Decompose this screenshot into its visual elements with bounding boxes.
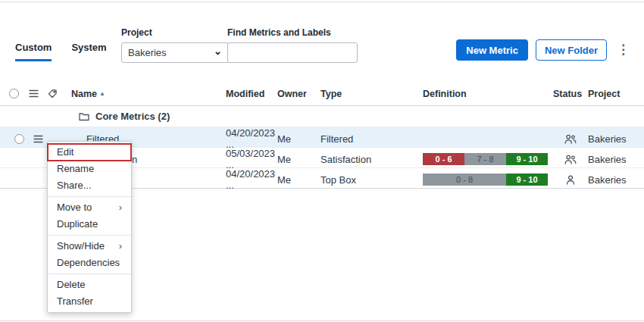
column-header-name[interactable]: Name ▲ [67, 89, 226, 99]
metric-type: Top Box [320, 174, 423, 186]
menu-item-transfer[interactable]: Transfer [48, 293, 131, 310]
column-header-modified[interactable]: Modified [226, 89, 277, 99]
chevron-down-icon: ⌄ [214, 45, 222, 57]
column-header-owner[interactable]: Owner [277, 89, 320, 99]
sort-icon: ▲ [99, 90, 105, 97]
menu-divider [48, 235, 131, 236]
definition-segment-detractor: 0 - 6 [423, 153, 464, 165]
menu-item-duplicate[interactable]: Duplicate [48, 216, 131, 233]
search-input[interactable] [227, 42, 358, 63]
toolbar-actions: New Metric New Folder ⋮ [456, 39, 632, 61]
submenu-arrow-icon: › [119, 238, 122, 255]
menu-item-delete[interactable]: Delete [48, 277, 131, 293]
metric-definition: 0 - 6 7 - 8 9 - 10 [423, 153, 553, 165]
column-header-project[interactable]: Project [588, 89, 644, 99]
metric-modified: 04/20/2023 ... [226, 168, 277, 191]
kebab-menu-icon[interactable]: ⋮ [614, 39, 632, 61]
project-field-group: Project Bakeries ⌄ [121, 27, 229, 63]
definition-segment-promoter: 9 - 10 [506, 153, 548, 165]
metric-project: Bakeries [588, 133, 644, 145]
top-divider [0, 2, 644, 2]
metric-project: Bakeries [588, 154, 644, 165]
project-select-value: Bakeries [128, 47, 167, 58]
column-header-type[interactable]: Type [320, 89, 423, 99]
column-header-definition[interactable]: Definition [423, 89, 553, 99]
project-label: Project [121, 27, 229, 38]
menu-item-dependencies[interactable]: Dependencies [48, 255, 131, 271]
folder-icon [79, 112, 89, 121]
search-field-group: Find Metrics and Labels [227, 27, 358, 63]
menu-divider [48, 196, 131, 197]
shared-status-icon [553, 134, 588, 144]
row-radio-button[interactable] [9, 134, 29, 144]
metric-owner: Me [277, 133, 320, 145]
bottom-divider [0, 320, 644, 321]
definition-segment-low: 0 - 8 [423, 174, 506, 186]
metric-modified: 04/20/2023 ... [226, 127, 277, 150]
menu-item-show-hide[interactable]: Show/Hide › [48, 238, 131, 255]
new-metric-button[interactable]: New Metric [456, 39, 528, 61]
submenu-arrow-icon: › [119, 199, 122, 216]
private-status-icon [553, 175, 588, 185]
menu-item-edit[interactable]: Edit [48, 144, 131, 161]
menu-item-rename[interactable]: Rename [48, 161, 131, 177]
metric-owner: Me [277, 174, 320, 186]
definition-segment-passive: 7 - 8 [464, 153, 506, 165]
definition-segment-top-box: 9 - 10 [506, 174, 548, 186]
tab-custom[interactable]: Custom [15, 42, 52, 61]
row-menu-icon [29, 89, 47, 98]
new-folder-button[interactable]: New Folder [536, 39, 607, 61]
metrics-manager-page: Custom System Project Bakeries ⌄ Find Me… [0, 0, 644, 322]
menu-divider [48, 274, 131, 274]
menu-item-share[interactable]: Share... [48, 177, 131, 194]
select-all-radio-icon[interactable] [9, 89, 29, 98]
row-context-menu: Edit Rename Share... Move to › Duplicate… [47, 141, 132, 313]
shared-status-icon [553, 155, 588, 164]
metric-modified: 05/03/2023 ... [226, 148, 277, 170]
metric-owner: Me [277, 154, 320, 165]
metric-definition: 0 - 8 9 - 10 [423, 174, 553, 186]
search-label: Find Metrics and Labels [227, 27, 358, 38]
definition-scale-bar: 0 - 8 9 - 10 [423, 174, 553, 186]
project-select[interactable]: Bakeries ⌄ [121, 42, 229, 63]
tab-system[interactable]: System [71, 42, 106, 61]
table-header-row: Name ▲ Modified Owner Type Definition St… [0, 82, 644, 106]
metric-type: Filtered [320, 133, 423, 145]
metric-project: Bakeries [588, 174, 644, 186]
label-icon[interactable] [47, 89, 67, 99]
definition-scale-bar: 0 - 6 7 - 8 9 - 10 [423, 153, 553, 165]
metric-type: Satisfaction [320, 154, 423, 165]
folder-name: Core Metrics (2) [95, 111, 170, 122]
row-menu-icon[interactable] [29, 135, 47, 143]
folder-row[interactable]: Core Metrics (2) [0, 106, 644, 127]
column-header-status[interactable]: Status [553, 89, 588, 99]
tab-bar: Custom System [15, 42, 107, 61]
menu-item-move-to[interactable]: Move to › [48, 199, 131, 216]
